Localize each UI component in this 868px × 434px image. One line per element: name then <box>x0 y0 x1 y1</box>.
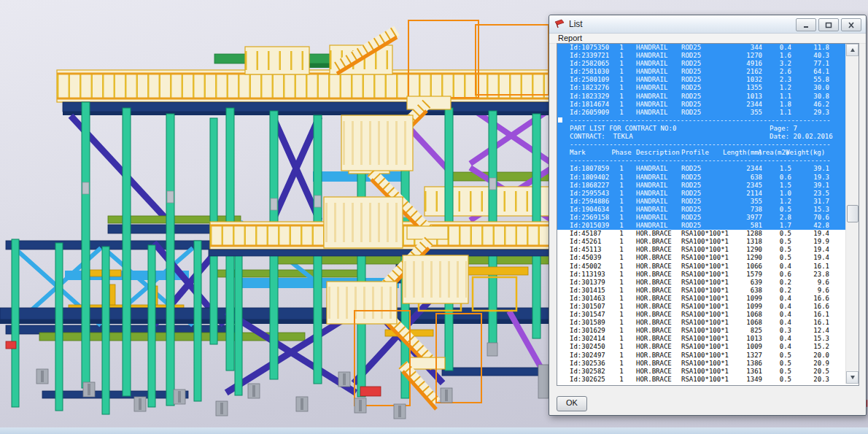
cell: HANDRAIL <box>636 190 667 198</box>
report-row[interactable]: Id:450391HOR.BRACERSA100*100*112900.519.… <box>557 254 846 262</box>
cell: 1 <box>608 109 635 117</box>
model-viewport[interactable]: .cg{fill:#2ec99a;stroke:#0d8a64;stroke-w… <box>0 0 868 434</box>
report-row[interactable]: Id:450021HOR.BRACERSA100*100*110660.416.… <box>557 263 846 271</box>
report-row[interactable]: Id:3015071HOR.BRACERSA100*100*110990.416… <box>557 303 846 311</box>
cell: Id:2581030 <box>570 68 609 76</box>
report-row[interactable]: Id:26059091HANDRAILROD253551.129.3 <box>557 109 846 117</box>
report-column-header-line[interactable]: MarkPhaseDescriptionProfileLength(mm)Are… <box>557 149 846 157</box>
cell: HANDRAIL <box>636 84 667 92</box>
report-info-line[interactable]: CONTRACT: TEKLADate: 20.02.2016 <box>557 133 846 141</box>
cell: HOR.BRACE <box>636 254 672 262</box>
cell: 39.1 <box>774 165 829 173</box>
report-row[interactable]: Id:3024971HOR.BRACERSA100*100*113270.520… <box>557 352 846 360</box>
scroll-thumb[interactable] <box>847 205 859 222</box>
report-row[interactable]: Id:3016291HOR.BRACERSA100*100*18250.312.… <box>557 327 846 335</box>
cell: 40.3 <box>774 52 829 60</box>
minimize-button[interactable] <box>796 18 816 31</box>
cell: HOR.BRACE <box>636 360 672 368</box>
menubar: Report <box>549 34 866 44</box>
cell: HOR.BRACE <box>636 335 672 343</box>
report-row[interactable]: Id:25801091HANDRAILROD2510322.355.8 <box>557 76 846 84</box>
cell: 1 <box>608 327 635 335</box>
arrow-up-icon <box>850 48 855 52</box>
cell: HOR.BRACE <box>636 238 672 246</box>
scroll-up-button[interactable] <box>846 44 859 56</box>
report-row[interactable]: Id:18094021HANDRAILROD256380.619.3 <box>557 174 846 182</box>
report-row[interactable]: Id:3026251HOR.BRACERSA100*100*113490.520… <box>557 376 846 384</box>
report-row[interactable]: Id:451871HOR.BRACERSA100*100*112880.519.… <box>557 230 846 238</box>
cell: 1 <box>608 68 635 76</box>
cell: 16.1 <box>774 263 829 271</box>
cell: HANDRAIL <box>636 44 667 52</box>
report-info-line[interactable]: PART LIST FOR CONTRACT NO:0Page: 7 <box>557 125 846 133</box>
cell: HOR.BRACE <box>636 230 672 238</box>
report-row[interactable]: Id:3013791HOR.BRACERSA100*100*16390.29.6 <box>557 279 846 287</box>
cell: Description <box>636 149 680 157</box>
report-row[interactable]: Id:25948861HANDRAILROD253551.231.7 <box>557 198 846 206</box>
menu-item-report[interactable]: Report <box>558 34 582 43</box>
report-row[interactable]: Id:18233291HANDRAILROD2510131.130.8 <box>557 93 846 101</box>
cell: ROD25 <box>681 101 701 109</box>
cell: 1 <box>608 84 635 92</box>
cell: 55.8 <box>774 76 829 84</box>
cell: ROD25 <box>681 52 701 60</box>
report-row[interactable]: Id:452611HOR.BRACERSA100*100*113180.519.… <box>557 238 846 246</box>
report-row[interactable]: Id:18232761HANDRAILROD2513551.230.0 <box>557 84 846 92</box>
report-row[interactable]: Id:3025821HOR.BRACERSA100*100*113610.520… <box>557 368 846 376</box>
cell: ----------------------------------------… <box>570 157 831 165</box>
report-row[interactable]: Id:3015471HOR.BRACERSA100*100*110680.416… <box>557 311 846 319</box>
cell: 19.3 <box>774 174 829 182</box>
report-separator-line[interactable]: ----------------------------------------… <box>557 117 846 125</box>
report-row[interactable]: Id:18682271HANDRAILROD2523451.539.1 <box>557 182 846 190</box>
cell: 1 <box>608 343 635 351</box>
report-row[interactable]: Id:451131HOR.BRACERSA100*100*112900.519.… <box>557 246 846 254</box>
cell: Id:301463 <box>570 295 605 303</box>
cell: 1 <box>608 303 635 311</box>
report-row[interactable]: Id:1131931HOR.BRACERSA100*100*115790.623… <box>557 271 846 279</box>
cell: 15.3 <box>774 206 829 214</box>
report-listbox[interactable]: Id:10753501HANDRAILROD253440.411.8Id:233… <box>557 43 859 386</box>
cell: PART LIST FOR CONTRACT NO:0 <box>570 125 676 133</box>
cell: Id:2582065 <box>570 60 609 68</box>
scroll-down-button[interactable] <box>846 371 859 384</box>
report-row[interactable]: Id:25691581HANDRAILROD2539772.870.6 <box>557 214 846 222</box>
report-separator-line[interactable]: ----------------------------------------… <box>557 141 846 149</box>
cell: 39.1 <box>774 182 829 190</box>
report-row[interactable]: Id:3014631HOR.BRACERSA100*100*110990.416… <box>557 295 846 303</box>
cell: HANDRAIL <box>636 60 667 68</box>
report-row[interactable]: Id:3025361HOR.BRACERSA100*100*113860.520… <box>557 360 846 368</box>
report-row[interactable]: Id:3014151HOR.BRACERSA100*100*16380.29.6 <box>557 287 846 295</box>
cell: Id:45187 <box>570 230 601 238</box>
cell: 1 <box>608 206 635 214</box>
report-row[interactable]: Id:18078591HANDRAILROD2523441.539.1 <box>557 165 846 173</box>
close-button[interactable] <box>841 18 861 31</box>
report-row[interactable]: Id:20150391HANDRAILROD255811.742.8 <box>557 222 846 230</box>
cell: ----------------------------------------… <box>570 141 831 149</box>
cell: 1 <box>608 271 635 279</box>
cell: ROD25 <box>681 222 701 230</box>
vertical-scrollbar[interactable] <box>845 44 859 384</box>
cell: 42.8 <box>774 222 829 230</box>
report-separator-line[interactable]: ----------------------------------------… <box>557 157 846 165</box>
cell: 1 <box>608 190 635 198</box>
report-row[interactable]: Id:3024501HOR.BRACERSA100*100*110090.415… <box>557 343 846 351</box>
report-row[interactable]: Id:3015891HOR.BRACERSA100*100*110680.416… <box>557 319 846 327</box>
report-row[interactable]: Id:25820651HANDRAILROD2549163.277.1 <box>557 60 846 68</box>
cell: Id:1075350 <box>570 44 609 52</box>
cell: ROD25 <box>681 93 701 101</box>
report-row[interactable]: Id:23397211HANDRAILROD2512701.640.3 <box>557 52 846 60</box>
maximize-button[interactable] <box>818 18 839 31</box>
report-row[interactable]: Id:3024141HOR.BRACERSA100*100*110130.415… <box>557 335 846 343</box>
cell: 1 <box>608 52 635 60</box>
cell: ROD25 <box>681 84 701 92</box>
cell: 19.4 <box>774 246 829 254</box>
report-row[interactable]: Id:19046341HANDRAILROD257380.515.3 <box>557 206 846 214</box>
report-row[interactable]: Id:25955431HANDRAILROD2521141.023.5 <box>557 190 846 198</box>
cell: Id:302582 <box>570 368 605 376</box>
report-row[interactable]: Id:18146741HANDRAILROD2523441.846.2 <box>557 101 846 109</box>
report-row[interactable]: Id:25810301HANDRAILROD2521622.664.1 <box>557 68 846 76</box>
window-titlebar[interactable]: List <box>549 15 866 34</box>
window-title: List <box>569 19 583 29</box>
report-row[interactable]: Id:10753501HANDRAILROD253440.411.8 <box>557 44 846 52</box>
ok-button[interactable]: OK <box>557 396 587 411</box>
